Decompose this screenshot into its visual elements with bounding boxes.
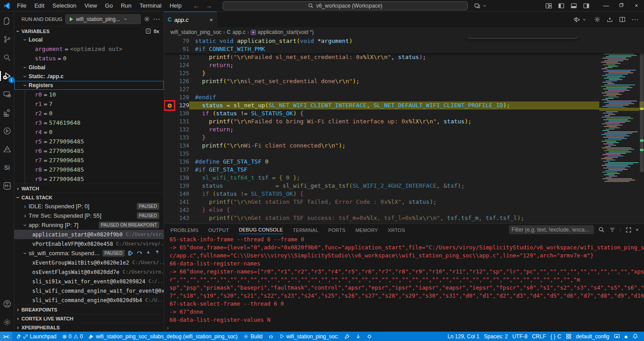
- gutter-cell[interactable]: [164, 85, 175, 93]
- panel-tab-problems[interactable]: PROBLEMS: [170, 226, 199, 234]
- menu-item-run[interactable]: Run: [117, 1, 135, 10]
- nav-back-icon[interactable]: ←: [193, 2, 199, 9]
- gutter-cell[interactable]: [164, 93, 175, 101]
- close-tab-icon[interactable]: ×: [209, 17, 213, 23]
- debug-bug-button[interactable]: [266, 332, 276, 341]
- code-line[interactable]: 129 status = sl_net_up(SL_NET_WIFI_CLIEN…: [164, 101, 644, 109]
- language-mode[interactable]: { }C: [548, 333, 564, 340]
- explorer-icon[interactable]: [1, 15, 13, 27]
- indentation-setting[interactable]: Spaces: 2: [482, 333, 510, 340]
- register-row[interactable]: r6=2779096485: [25, 146, 164, 156]
- code-line[interactable]: 126 printf("\r\nsl_net_set_credential do…: [164, 77, 644, 85]
- console-filter-input[interactable]: Filter (e.g. text, !exclude, \esca...: [509, 225, 594, 234]
- gutter-cell[interactable]: [164, 206, 175, 214]
- toggle-sidebar-icon[interactable]: [558, 3, 564, 9]
- code-line[interactable]: 141 printf("\r\nGet station TSF failed, …: [164, 198, 644, 206]
- debug-console-output[interactable]: › 65-stack-info-frame --thread 6 --frame…: [164, 236, 644, 332]
- register-row[interactable]: r7=2779096485: [25, 156, 164, 165]
- eol-setting[interactable]: CRLF: [530, 333, 548, 340]
- settings-gear-icon[interactable]: [1, 316, 13, 328]
- minimap[interactable]: [599, 37, 640, 223]
- toggle-secondary-sidebar-icon[interactable]: [583, 3, 589, 9]
- split-editor-icon[interactable]: [619, 16, 626, 23]
- more-editor-actions-icon[interactable]: ···: [631, 16, 639, 24]
- console-input-chevron-icon[interactable]: ›: [167, 324, 169, 331]
- code-line[interactable]: 127: [164, 85, 644, 93]
- launchpad-button[interactable]: Launchpad: [13, 332, 59, 341]
- call-stack-frame[interactable]: osEventFlagsWait@0x0820dd7eC:/Users/viro…: [14, 267, 164, 277]
- call-stack-frame[interactable]: vPortEnableVFP@0x0820e458C:/Users/viroy/…: [14, 239, 164, 248]
- code-line[interactable]: 124 return;: [164, 61, 644, 69]
- filter-lines-icon[interactable]: [609, 227, 615, 233]
- status-circle-indicator[interactable]: ●: [622, 333, 630, 340]
- variables-group-global[interactable]: ›Global: [14, 63, 164, 72]
- flash-download-button[interactable]: [353, 332, 363, 341]
- code-line[interactable]: 130 if (status != SL_STATUS_OK) {: [164, 109, 644, 118]
- call-stack-frame[interactable]: sli_si91x_wait_for_event@0x08209824C:/..…: [14, 277, 164, 286]
- variable-row[interactable]: status=0: [14, 54, 164, 63]
- notifications-button[interactable]: [630, 333, 640, 339]
- register-row[interactable]: r0=10: [25, 90, 164, 99]
- call-stack-thread[interactable]: ›sli_wifi_comma: Suspended...PAUSED: [14, 248, 164, 258]
- close-window-icon[interactable]: ×: [629, 2, 644, 9]
- restore-icon[interactable]: [614, 2, 629, 9]
- run-target-button[interactable]: wifi_station_ping_soc:: [277, 332, 341, 341]
- gutter-cell[interactable]: [164, 174, 175, 182]
- extensions-icon[interactable]: [1, 107, 13, 118]
- gutter-cell[interactable]: [164, 142, 175, 150]
- gutter-cell[interactable]: [164, 126, 175, 134]
- screencast-button[interactable]: [612, 333, 622, 339]
- call-stack-frame[interactable]: xEventGroupWaitBits@0x0820e1e2C:/Users/.…: [14, 258, 164, 267]
- panel-tab-debug-console[interactable]: DEBUG CONSOLE: [239, 225, 283, 234]
- gutter-cell[interactable]: [164, 182, 175, 190]
- minimize-icon[interactable]: —: [598, 2, 614, 9]
- gutter-cell[interactable]: [164, 214, 175, 222]
- step-over-thread-icon[interactable]: [136, 250, 142, 256]
- code-line[interactable]: 139 status = sl_wifi_get_sta_tsf(SL_WIFI…: [164, 182, 644, 190]
- code-line[interactable]: 132 return;: [164, 126, 644, 134]
- panel-tab-terminal[interactable]: TERMINAL: [293, 226, 318, 234]
- code-line[interactable]: 123 printf("\r\nFailed sl_net_set_creden…: [164, 53, 644, 61]
- start-debug-icon[interactable]: [68, 17, 74, 22]
- menu-item-selection[interactable]: Selection: [49, 1, 80, 10]
- watch-section-header[interactable]: ›WATCH: [14, 184, 164, 193]
- gutter-cell[interactable]: [164, 61, 175, 69]
- marketplace-icon[interactable]: [1, 180, 13, 192]
- code-line[interactable]: 131 printf("\r\nFailed to bring Wi-Fi cl…: [164, 118, 644, 126]
- search-icon[interactable]: [1, 52, 13, 63]
- breakpoint-icon[interactable]: [168, 104, 172, 108]
- editor-settings-gear-icon[interactable]: [594, 16, 601, 23]
- code-line[interactable]: 138 sl_wifi_tsf64_t tsf = { 0 };: [164, 174, 644, 182]
- register-row[interactable]: r9=2779096485: [25, 174, 164, 184]
- menu-item-help[interactable]: Help: [166, 1, 185, 10]
- gutter-cell[interactable]: [164, 53, 175, 61]
- gutter-cell[interactable]: [164, 198, 175, 206]
- load-symbols-icon[interactable]: [606, 16, 613, 23]
- gutter-cell[interactable]: [164, 69, 175, 77]
- register-row[interactable]: r2=0: [25, 109, 164, 118]
- code-line[interactable]: 142 } else {: [164, 206, 644, 214]
- menu-item-terminal[interactable]: Terminal: [136, 1, 165, 10]
- gutter-cell[interactable]: [164, 37, 175, 45]
- code-line[interactable]: 143 printf("\r\nGet station TSF success:…: [164, 214, 644, 222]
- menu-item-edit[interactable]: Edit: [31, 1, 48, 10]
- debug-config-indicator[interactable]: wifi_station_ping_soc_silabs_debug (wifi…: [86, 332, 240, 341]
- remote-indicator[interactable]: ><: [0, 332, 12, 341]
- code-line[interactable]: 136#define GET_STA_TSF 0: [164, 158, 644, 166]
- code-line[interactable]: 140 if (status != SL_STATUS_OK) {: [164, 190, 644, 198]
- xperipherals-section-header[interactable]: ›XPERIPHERALS: [14, 323, 164, 332]
- problems-indicator[interactable]: ⊗0 ⚠0: [60, 332, 85, 341]
- customize-layout-icon[interactable]: [546, 3, 552, 9]
- panel-tab-ports[interactable]: PORTS: [328, 226, 346, 234]
- register-row[interactable]: r4=0: [25, 127, 164, 137]
- call-stack-frame[interactable]: application_start@0x0820f9b0C:/Users/vir…: [14, 230, 164, 239]
- hex-format-icon[interactable]: [145, 28, 151, 34]
- run-and-debug-icon[interactable]: 1: [1, 70, 13, 82]
- step-into-thread-icon[interactable]: [145, 250, 151, 256]
- continue-thread-icon[interactable]: [127, 250, 133, 256]
- gutter-cell[interactable]: [164, 45, 175, 53]
- hex-toggle-label[interactable]: 0x: [154, 29, 159, 34]
- code-line[interactable]: 137#if GET_STA_TSF: [164, 166, 644, 174]
- call-stack-thread[interactable]: ›IDLE: Suspended [P: 0]PAUSED: [14, 202, 164, 211]
- gutter-cell[interactable]: [164, 118, 175, 126]
